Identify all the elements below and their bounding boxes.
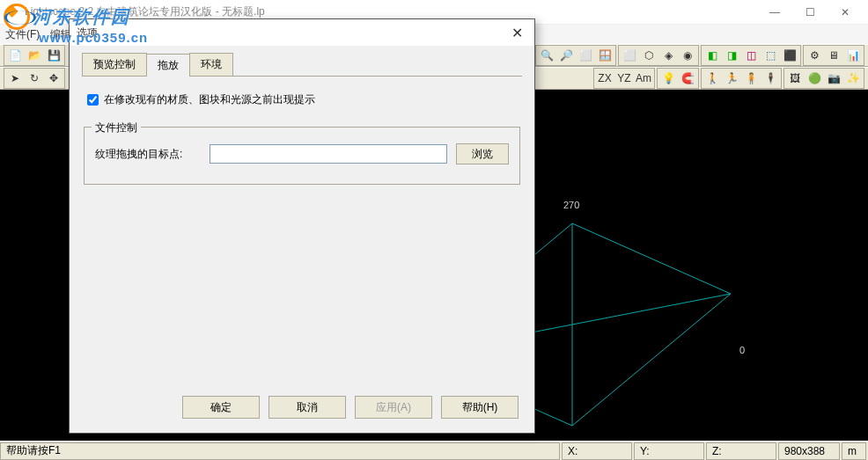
move-icon[interactable]: ✥ [44,69,63,87]
render-icon[interactable]: 🟢 [805,69,824,87]
tool-icon[interactable]: 🪟 [595,47,614,64]
apply-button[interactable]: 应用(A) [355,396,432,419]
panel-icon[interactable]: 🖥 [824,47,843,64]
box-icon[interactable]: ◧ [702,47,722,64]
cancel-button[interactable]: 取消 [268,396,346,419]
walk-icon[interactable]: 🏃 [722,69,741,87]
dialog-titlebar[interactable]: 选项 ✕ [70,19,534,46]
magnet-icon[interactable]: 🧲 [678,69,697,87]
app-icon: 🔶 [5,5,19,19]
options-dialog: 选项 ✕ 预览控制 拖放 环境 在修改现有的材质、图块和光源之前出现提示 文件控… [69,18,535,434]
axis-label: 270 [563,200,579,210]
tool-icon[interactable]: 🔎 [556,47,576,64]
prompt-checkbox-label: 在修改现有的材质、图块和光源之前出现提示 [104,92,315,107]
statusbar: 帮助请按F1 X: Y: Z: 980x388 m [0,441,868,460]
fieldset-legend: 文件控制 [92,120,141,135]
tab-preview[interactable]: 预览控制 [82,53,147,76]
file-control-fieldset: 文件控制 纹理拖拽的目标点: 浏览 [84,127,520,185]
open-icon[interactable]: 📂 [25,47,44,64]
rotate-icon[interactable]: ↻ [25,69,44,87]
save-icon[interactable]: 💾 [44,47,63,64]
cube-icon[interactable]: ◈ [658,47,678,64]
dialog-close-button[interactable]: ✕ [506,22,527,43]
browse-button[interactable]: 浏览 [456,143,509,164]
status-z: Z: [706,442,776,460]
yz-button[interactable]: YZ [614,69,634,87]
cube-icon[interactable]: ⬡ [639,47,658,64]
walk-icon[interactable]: 🧍 [741,69,761,87]
light-icon[interactable]: 💡 [658,69,678,87]
status-res: 980x388 [778,442,840,460]
render-icon[interactable]: 🖼 [785,69,805,87]
axis-label: 0 [739,345,745,355]
arrow-icon[interactable]: ➤ [5,69,25,87]
ok-button[interactable]: 确定 [182,396,260,419]
tab-env[interactable]: 环境 [189,53,233,76]
walk-icon[interactable]: 🚶 [702,69,722,87]
help-button[interactable]: 帮助(H) [441,396,519,419]
status-unit: m [842,442,866,460]
cube-icon[interactable]: ◉ [678,47,697,64]
render-icon[interactable]: ✨ [843,69,863,87]
dialog-tabs: 预览控制 拖放 环境 [82,53,522,77]
render-icon[interactable]: 📷 [824,69,843,87]
status-help: 帮助请按F1 [0,442,560,460]
status-x: X: [562,442,632,460]
drag-target-label: 纹理拖拽的目标点: [95,147,201,162]
aim-button[interactable]: Am [634,69,653,87]
tool-icon[interactable]: ⬜ [576,47,595,64]
tool-icon[interactable]: 🔍 [537,47,556,64]
cube-icon[interactable]: ⬜ [620,47,639,64]
dialog-title: 选项 [77,26,98,40]
box-icon[interactable]: ◨ [722,47,741,64]
zx-button[interactable]: ZX [595,69,614,87]
box-icon[interactable]: ◫ [741,47,761,64]
close-button[interactable]: ✕ [828,2,863,23]
maximize-button[interactable]: ☐ [792,2,828,23]
drag-target-input[interactable] [210,144,447,164]
menu-file[interactable]: 文件(F) [5,27,40,42]
status-y: Y: [634,442,704,460]
new-icon[interactable]: 📄 [5,47,25,64]
window-title: Lightscape 3.2 自由建筑论坛专用汉化版 - 无标题.lp [25,4,265,19]
minimize-button[interactable]: — [757,2,792,23]
walk-icon[interactable]: 🕴 [761,69,780,87]
box-icon[interactable]: ⬛ [780,47,799,64]
gear-icon[interactable]: ⚙ [805,47,824,64]
prompt-checkbox[interactable] [87,94,99,106]
panel-icon[interactable]: 📊 [843,47,863,64]
box-icon[interactable]: ⬚ [761,47,780,64]
tab-drag[interactable]: 拖放 [146,54,190,77]
